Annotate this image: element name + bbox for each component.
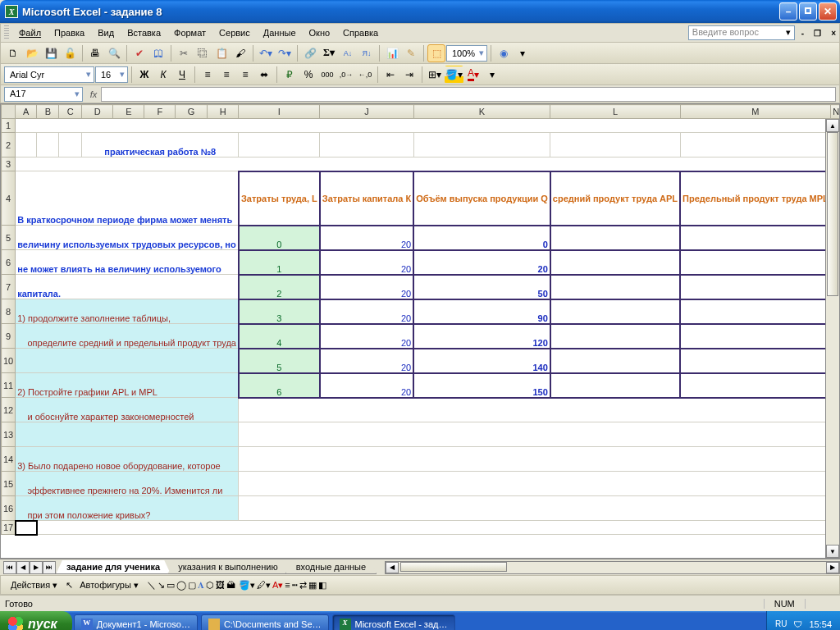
format-painter-button[interactable]: 🖌: [231, 44, 249, 62]
hdr-L[interactable]: Затраты труда, L: [239, 171, 320, 226]
scroll-left-button[interactable]: ◀: [386, 562, 399, 573]
hscroll-thumb[interactable]: [400, 562, 507, 572]
title-cell[interactable]: практическая работа №8: [81, 133, 238, 158]
tab-last-button[interactable]: ⏭: [43, 561, 56, 574]
picture-button[interactable]: 🏔: [226, 580, 235, 590]
toolbar-options-2[interactable]: ▾: [483, 66, 501, 84]
taskbar-item-word[interactable]: W Документ1 - Microso…: [74, 614, 198, 631]
cell-J9[interactable]: 20: [320, 324, 413, 349]
wordart-button[interactable]: 𝐀: [198, 580, 204, 591]
text-r15[interactable]: эффективнее прежнего на 20%. Изменится л…: [16, 472, 239, 496]
paste-button[interactable]: 📋: [212, 44, 231, 62]
menu-data[interactable]: Данные: [257, 25, 303, 40]
cut-button[interactable]: ✂: [175, 44, 193, 62]
cell-L10[interactable]: [550, 349, 680, 373]
copy-button[interactable]: ⿻: [194, 44, 212, 62]
cell-K11[interactable]: 150: [413, 373, 550, 398]
select-objects-button[interactable]: ↖: [66, 580, 73, 591]
text-r10[interactable]: [16, 349, 239, 373]
row-15[interactable]: 15: [2, 472, 16, 496]
open-button[interactable]: 📂: [23, 44, 41, 62]
col-N[interactable]: N: [831, 105, 840, 119]
cell-L7[interactable]: [550, 275, 680, 299]
font-combo[interactable]: Arial Cyr: [4, 66, 94, 83]
minimize-button[interactable]: –: [779, 2, 797, 21]
col-C[interactable]: C: [59, 105, 82, 119]
tab-first-button[interactable]: ⏮: [3, 561, 16, 574]
row-11[interactable]: 11: [2, 373, 16, 398]
save-button[interactable]: 💾: [42, 44, 60, 62]
autosum-button[interactable]: Σ▾: [320, 44, 338, 62]
start-button[interactable]: пуск: [0, 611, 72, 630]
fill-color-button[interactable]: 🪣▾: [445, 66, 463, 84]
redo-button[interactable]: ↷▾: [276, 44, 294, 62]
new-button[interactable]: 🗋: [4, 44, 22, 62]
system-tray[interactable]: RU 🛡 15:54: [766, 611, 840, 630]
col-B[interactable]: B: [37, 105, 59, 119]
row-1[interactable]: 1: [2, 119, 16, 133]
autoshapes-menu[interactable]: Автофигуры ▾: [75, 578, 144, 592]
cell-L8[interactable]: [550, 299, 680, 324]
hdr-MPL[interactable]: Предельный продукт труда MPL: [680, 171, 831, 226]
fx-button[interactable]: fx: [86, 89, 101, 99]
menu-edit[interactable]: Правка: [48, 25, 91, 40]
cell-L5[interactable]: [550, 226, 680, 250]
cell-A17[interactable]: [16, 521, 37, 535]
line-style-button[interactable]: ≡: [285, 580, 290, 590]
row-12[interactable]: 12: [2, 398, 16, 422]
col-E[interactable]: E: [113, 105, 144, 119]
taskbar-item-excel[interactable]: X Microsoft Excel - зад…: [332, 614, 455, 631]
taskbar-item-explorer[interactable]: C:\Documents and Se…: [201, 614, 329, 631]
col-A[interactable]: A: [16, 105, 37, 119]
bold-button[interactable]: Ж: [135, 66, 153, 84]
cell-J6[interactable]: 20: [320, 250, 413, 275]
col-F[interactable]: F: [144, 105, 176, 119]
menu-view[interactable]: Вид: [91, 25, 121, 40]
shadow-button[interactable]: ▦: [308, 580, 317, 591]
sort-asc-button[interactable]: А↓: [339, 44, 357, 62]
mdi-minimize[interactable]: -: [798, 27, 807, 39]
fill-color-draw[interactable]: 🪣▾: [239, 580, 255, 591]
cell-J8[interactable]: 20: [320, 299, 413, 324]
row-2[interactable]: 2: [2, 133, 16, 158]
row-14[interactable]: 14: [2, 447, 16, 472]
row-3[interactable]: 3: [2, 158, 16, 171]
align-center-button[interactable]: ≡: [217, 66, 235, 84]
scroll-down-button[interactable]: ▼: [826, 545, 839, 558]
row-5[interactable]: 5: [2, 226, 16, 250]
dec-indent-button[interactable]: ⇤: [381, 66, 399, 84]
cell-M5[interactable]: [680, 226, 831, 250]
cell-K7[interactable]: 50: [413, 275, 550, 299]
name-box[interactable]: A17: [4, 87, 83, 102]
drawing-actions-menu[interactable]: Действия ▾: [6, 578, 62, 592]
arrow-button[interactable]: ↘: [158, 580, 165, 591]
col-K[interactable]: K: [413, 105, 550, 119]
select-all-corner[interactable]: [2, 105, 16, 119]
underline-button[interactable]: Ч: [173, 66, 191, 84]
cell-J7[interactable]: 20: [320, 275, 413, 299]
cell-I5[interactable]: 0: [239, 226, 320, 250]
col-L[interactable]: L: [550, 105, 680, 119]
row-4[interactable]: 4: [2, 171, 16, 226]
hdr-K[interactable]: Затраты капитала К: [320, 171, 413, 226]
diagram-button[interactable]: ⬡: [206, 580, 214, 591]
print-preview-button[interactable]: 🔍: [105, 44, 123, 62]
cell-J5[interactable]: 20: [320, 226, 413, 250]
text-r9[interactable]: определите средний и предельный продукт …: [16, 324, 239, 349]
cell-K8[interactable]: 90: [413, 299, 550, 324]
toolbar-options[interactable]: ▾: [514, 44, 532, 62]
borders-button[interactable]: ⊞▾: [426, 66, 444, 84]
row-17[interactable]: 17: [2, 521, 16, 535]
cell-J11[interactable]: 20: [320, 373, 413, 398]
cell-M7[interactable]: [680, 275, 831, 299]
text-r4[interactable]: В краткосрочном периоде фирма может меня…: [16, 171, 239, 226]
tab-prev-button[interactable]: ◀: [16, 561, 30, 574]
dec-decimal-button[interactable]: ←,0: [356, 66, 374, 84]
cell-M8[interactable]: [680, 299, 831, 324]
cell-L11[interactable]: [550, 373, 680, 398]
align-left-button[interactable]: ≡: [199, 66, 217, 84]
cell-M6[interactable]: [680, 250, 831, 275]
font-color-draw[interactable]: А▾: [272, 580, 283, 591]
italic-button[interactable]: К: [154, 66, 172, 84]
cell-M11[interactable]: [680, 373, 831, 398]
